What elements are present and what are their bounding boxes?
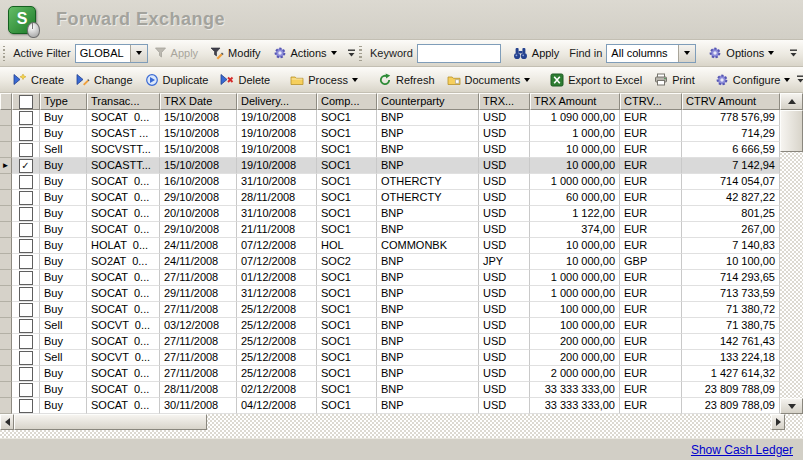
row-marker-cell[interactable] — [0, 366, 12, 382]
column-header[interactable]: Type — [40, 93, 87, 110]
row-checkbox[interactable] — [19, 111, 33, 125]
table-row[interactable]: SellSOCVSTT...15/10/200819/10/2008SOC1BN… — [0, 142, 780, 158]
row-marker-cell[interactable] — [0, 174, 12, 190]
duplicate-button[interactable]: Duplicate — [139, 70, 215, 90]
table-row[interactable]: SellSOCVT 0...03/12/200825/12/2008SOC1BN… — [0, 318, 780, 334]
delete-button[interactable]: Delete — [214, 70, 276, 89]
table-row[interactable]: BuySOCAT 0...28/11/200802/12/2008SOC1BNP… — [0, 382, 780, 398]
combo-dropdown-button[interactable] — [130, 45, 147, 62]
row-checkbox[interactable] — [19, 239, 33, 253]
row-marker-cell[interactable] — [0, 238, 12, 254]
keyword-apply-button[interactable]: Apply — [507, 44, 566, 63]
row-checkbox[interactable] — [19, 319, 33, 333]
options-menu-button[interactable]: Options — [702, 43, 780, 63]
column-header[interactable]: Transac... — [87, 93, 160, 110]
actions-menu-button[interactable]: Actions — [267, 43, 343, 63]
row-checkbox[interactable] — [19, 287, 33, 301]
toolbar-grip[interactable] — [3, 46, 5, 61]
column-header[interactable]: Delivery... — [237, 93, 317, 110]
column-header[interactable]: Comp... — [317, 93, 377, 110]
select-all-checkbox[interactable] — [19, 95, 33, 109]
row-marker-cell[interactable] — [0, 350, 12, 366]
row-marker-cell[interactable] — [0, 382, 12, 398]
modify-filter-button[interactable]: Modify — [204, 44, 266, 63]
table-row[interactable]: BuySOCAST ...15/10/200819/10/2008SOC1BNP… — [0, 126, 780, 142]
table-row[interactable]: BuySOCAT 0...29/11/200831/12/2008SOC1BNP… — [0, 286, 780, 302]
row-checkbox[interactable] — [19, 127, 33, 141]
column-header[interactable]: Counterparty — [377, 93, 479, 110]
table-row[interactable]: BuySOCAT 0...20/10/200831/10/2008SOC1BNP… — [0, 206, 780, 222]
horizontal-scroll-thumb[interactable] — [14, 414, 207, 430]
toolbar-overflow-button[interactable] — [347, 43, 356, 63]
table-row[interactable]: BuySOCAT 0...27/11/200825/12/2008SOC1BNP… — [0, 334, 780, 350]
row-marker-cell[interactable] — [0, 142, 12, 158]
row-checkbox[interactable] — [19, 271, 33, 285]
column-header[interactable]: TRX Amount — [530, 93, 620, 110]
row-marker-cell[interactable] — [0, 110, 12, 126]
row-marker-cell[interactable] — [0, 270, 12, 286]
table-row[interactable]: BuySOCAT 0...27/11/200825/12/2008SOC1BNP… — [0, 366, 780, 382]
create-button[interactable]: Create — [7, 70, 70, 89]
row-checkbox[interactable] — [19, 223, 33, 237]
row-checkbox[interactable]: ✓ — [19, 159, 33, 173]
row-marker-cell[interactable] — [0, 222, 12, 238]
row-marker-cell[interactable]: ► — [0, 158, 12, 174]
row-checkbox[interactable] — [19, 207, 33, 221]
show-cash-ledger-link[interactable]: Show Cash Ledger — [691, 443, 793, 457]
row-marker-cell[interactable] — [0, 254, 12, 270]
scroll-down-button[interactable] — [780, 398, 803, 414]
table-row[interactable]: SellSOCVT 0...27/11/200825/12/2008SOC1BN… — [0, 350, 780, 366]
row-marker-cell[interactable] — [0, 190, 12, 206]
row-checkbox[interactable] — [19, 143, 33, 157]
print-button[interactable]: Print — [648, 70, 701, 89]
keyword-input[interactable] — [417, 44, 501, 63]
row-checkbox[interactable] — [19, 191, 33, 205]
process-menu-button[interactable]: Process — [284, 71, 364, 89]
row-checkbox[interactable] — [19, 303, 33, 317]
refresh-button[interactable]: Refresh — [372, 70, 441, 90]
toolbar-overflow-button[interactable] — [796, 70, 803, 90]
table-row[interactable]: BuyHOLAT 0...24/11/200807/12/2008HOLCOMM… — [0, 238, 780, 254]
vertical-scroll-thumb[interactable] — [780, 110, 803, 152]
vertical-scrollbar[interactable] — [780, 93, 803, 414]
row-checkbox[interactable] — [19, 351, 33, 365]
table-row[interactable]: BuySO2AT 0...24/11/200807/12/2008SOC2BNP… — [0, 254, 780, 270]
column-header[interactable]: TRX... — [479, 93, 530, 110]
column-header[interactable]: CTRV... — [620, 93, 682, 110]
row-marker-cell[interactable] — [0, 126, 12, 142]
change-button[interactable]: Change — [70, 70, 139, 89]
row-marker-cell[interactable] — [0, 302, 12, 318]
configure-menu-button[interactable]: Configure — [709, 70, 797, 90]
table-row[interactable]: BuySOCAT 0...15/10/200819/10/2008SOC1BNP… — [0, 110, 780, 126]
table-row[interactable]: ►✓BuySOCASTT...15/10/200819/10/2008SOC1B… — [0, 158, 780, 174]
row-marker-cell[interactable] — [0, 286, 12, 302]
scroll-up-button[interactable] — [780, 93, 803, 110]
column-header[interactable]: CTRV Amount — [682, 93, 780, 110]
apply-filter-button[interactable]: Apply — [148, 44, 205, 62]
toolbar-overflow-button[interactable] — [787, 43, 800, 63]
horizontal-scrollbar[interactable] — [0, 414, 803, 438]
toolbar-grip[interactable] — [359, 46, 362, 61]
table-row[interactable]: BuySOCAT 0...16/10/200831/10/2008SOC1OTH… — [0, 174, 780, 190]
documents-menu-button[interactable]: Documents — [441, 71, 537, 89]
table-row[interactable]: BuySOCAT 0...29/10/200828/11/2008SOC1OTH… — [0, 190, 780, 206]
export-to-excel-button[interactable]: Export to Excel — [544, 70, 648, 90]
find-in-select[interactable]: All columns — [606, 44, 696, 63]
row-checkbox[interactable] — [19, 399, 33, 413]
active-filter-select[interactable]: GLOBAL — [75, 44, 148, 63]
row-marker-cell[interactable] — [0, 206, 12, 222]
row-marker-cell[interactable] — [0, 334, 12, 350]
table-row[interactable]: BuySOCAT 0...27/11/200801/12/2008SOC1BNP… — [0, 270, 780, 286]
row-marker-cell[interactable] — [0, 398, 12, 414]
row-checkbox[interactable] — [19, 335, 33, 349]
scroll-right-button[interactable] — [771, 414, 785, 430]
combo-dropdown-button[interactable] — [678, 45, 695, 62]
table-row[interactable]: BuySOCAT 0...30/11/200804/12/2008SOC1BNP… — [0, 398, 780, 414]
row-checkbox[interactable] — [19, 175, 33, 189]
scroll-left-button[interactable] — [0, 414, 14, 430]
row-checkbox[interactable] — [19, 383, 33, 397]
column-header[interactable]: TRX Date — [160, 93, 237, 110]
table-row[interactable]: BuySOCAT 0...27/11/200825/12/2008SOC1BNP… — [0, 302, 780, 318]
row-checkbox[interactable] — [19, 367, 33, 381]
row-marker-cell[interactable] — [0, 318, 12, 334]
